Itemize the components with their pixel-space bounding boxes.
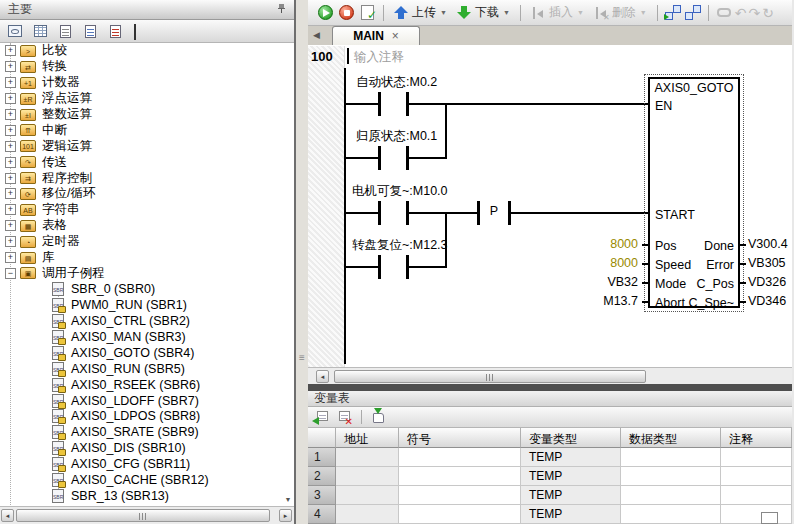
input-operand[interactable]: M13.7 <box>574 294 638 308</box>
tree-subroutine-item[interactable]: SBRAXIS0_DIS (SBR10) <box>0 440 294 456</box>
header-comment[interactable]: 注释 <box>721 428 792 448</box>
data-block-icon[interactable] <box>79 22 101 41</box>
tree-item[interactable]: +↷传送 <box>0 154 294 170</box>
ladder-hscrollbar[interactable]: ◂ <box>308 367 792 384</box>
tree-hscroll-thumb[interactable] <box>16 509 270 522</box>
contact-bar[interactable] <box>378 92 381 116</box>
table-row[interactable]: 1TEMP <box>308 448 792 467</box>
cell-data-type[interactable] <box>621 448 721 467</box>
expand-box-icon[interactable]: + <box>5 109 16 120</box>
cell-address[interactable] <box>336 486 399 505</box>
tab-main[interactable]: MAIN × <box>332 26 420 45</box>
symbol-table-icon[interactable] <box>29 22 51 41</box>
tree-subroutine-item[interactable]: SBRAXIS0_LDOFF (SBR7) <box>0 393 294 409</box>
expand-box-icon[interactable]: + <box>5 188 16 199</box>
tree-subroutine-item[interactable]: SBRAXIS0_CACHE (SBR12) <box>0 472 294 488</box>
cell-comment[interactable] <box>721 448 792 467</box>
output-operand[interactable]: VD326 <box>748 275 786 289</box>
download-button[interactable]: 下载 ▼ <box>453 2 514 23</box>
input-operand[interactable]: 8000 <box>574 237 638 251</box>
program-editor-icon[interactable] <box>4 22 26 41</box>
contact-bar[interactable] <box>378 201 381 225</box>
cross-reference-icon[interactable] <box>104 22 126 41</box>
output-operand[interactable]: VD346 <box>748 294 786 308</box>
expand-box-icon[interactable]: + <box>5 141 16 152</box>
cell-symbol[interactable] <box>399 505 521 524</box>
delete-button[interactable]: ✕ 删除 ▼ <box>590 2 651 23</box>
insert-row-button[interactable] <box>313 409 331 425</box>
expand-box-icon[interactable]: + <box>5 93 16 104</box>
communications-icon[interactable] <box>129 22 151 41</box>
tree-item[interactable]: +±I整数运算 <box>0 107 294 123</box>
upload-button[interactable]: 上传 ▼ <box>390 2 451 23</box>
tree-item[interactable]: +▦表格 <box>0 218 294 234</box>
contact-bar[interactable] <box>378 255 381 279</box>
stop-button[interactable] <box>339 5 354 20</box>
expand-box-icon[interactable]: + <box>5 157 16 168</box>
contact-operand[interactable]: 自动状态:M0.2 <box>356 74 437 91</box>
cell-data-type[interactable] <box>621 486 721 505</box>
tree-subroutine-item[interactable]: SBRAXIS0_RUN (SBR5) <box>0 361 294 377</box>
tree-subroutine-item[interactable]: SBRAXIS0_SRATE (SBR9) <box>0 424 294 440</box>
output-operand[interactable]: VB305 <box>748 256 786 270</box>
input-operand[interactable]: VB32 <box>574 275 638 289</box>
cell-symbol[interactable] <box>399 448 521 467</box>
contact-operand[interactable]: 归原状态:M0.1 <box>356 128 437 145</box>
tree-item[interactable]: +◔定时器 <box>0 234 294 250</box>
tree-subroutine-item[interactable]: SBRAXIS0_CTRL (SBR2) <box>0 313 294 329</box>
cell-data-type[interactable] <box>621 467 721 486</box>
tree-subroutine-item[interactable]: SBRPWM0_RUN (SBR1) <box>0 297 294 313</box>
cell-comment[interactable] <box>721 467 792 486</box>
run-button[interactable] <box>318 5 333 20</box>
insert-button[interactable]: 插入 ▼ <box>527 2 588 23</box>
expand-box-icon[interactable]: + <box>5 236 16 247</box>
cell-address[interactable] <box>336 505 399 524</box>
tree-hscroll-left-icon[interactable]: ◂ <box>1 509 14 522</box>
expand-box-icon[interactable]: + <box>5 173 16 184</box>
tree-item[interactable]: +101逻辑运算 <box>0 138 294 154</box>
header-var-type[interactable]: 变量类型 <box>521 428 621 448</box>
tree-item[interactable]: +⇄转换 <box>0 59 294 75</box>
table-row[interactable]: 2TEMP <box>308 467 792 486</box>
expand-box-icon[interactable]: + <box>5 204 16 215</box>
pin-icon[interactable] <box>277 3 286 17</box>
network-comment[interactable]: 输入注释 <box>354 49 404 66</box>
tree-hscroll-right-icon[interactable]: ▸ <box>279 509 292 522</box>
cell-comment[interactable] <box>721 505 792 524</box>
tab-scroll-left-icon[interactable]: ◀ <box>313 30 320 40</box>
ladder-canvas[interactable]: 100 输入注释 自动状态:M0.2 归原状态:M0.1 电机可复~:M10.0 <box>308 46 792 367</box>
vertical-splitter[interactable]: ≡ <box>296 0 308 524</box>
contact-operand[interactable]: 电机可复~:M10.0 <box>352 183 448 200</box>
expand-box-icon[interactable]: + <box>5 77 16 88</box>
tree-item[interactable]: −▣调用子例程 <box>0 265 294 281</box>
tree-subroutine-item[interactable]: SBRAXIS0_MAN (SBR3) <box>0 329 294 345</box>
download-table-button[interactable] <box>370 409 388 425</box>
expand-box-icon[interactable]: + <box>5 45 16 56</box>
cell-address[interactable] <box>336 448 399 467</box>
cell-comment[interactable] <box>721 486 792 505</box>
cell-symbol[interactable] <box>399 467 521 486</box>
program-status-icon[interactable] <box>664 5 682 20</box>
cell-address[interactable] <box>336 467 399 486</box>
input-operand[interactable]: 8000 <box>574 256 638 270</box>
compile-button[interactable]: ✓ <box>361 5 374 20</box>
cell-data-type[interactable] <box>621 505 721 524</box>
cell-var-type[interactable]: TEMP <box>521 448 621 467</box>
tree-subroutine-item[interactable]: SBRSBR_13 (SBR13) <box>0 488 294 504</box>
cell-var-type[interactable]: TEMP <box>521 486 621 505</box>
table-row[interactable]: 4TEMP <box>308 505 792 524</box>
tree-subroutine-item[interactable]: SBRAXIS0_LDPOS (SBR8) <box>0 408 294 424</box>
tree-item[interactable]: +▤库 <box>0 250 294 266</box>
header-symbol[interactable]: 符号 <box>399 428 521 448</box>
contact-bar[interactable] <box>378 146 381 170</box>
horizontal-splitter[interactable] <box>308 384 792 391</box>
collapse-box-icon[interactable]: − <box>5 268 16 279</box>
table-row[interactable]: 3TEMP <box>308 486 792 505</box>
tree-item[interactable]: ++1计数器 <box>0 75 294 91</box>
tree-item[interactable]: +>比较 <box>0 43 294 59</box>
header-data-type[interactable]: 数据类型 <box>621 428 721 448</box>
contact-operand[interactable]: 转盘复位~:M12.3 <box>352 237 448 254</box>
cell-symbol[interactable] <box>399 486 521 505</box>
expand-box-icon[interactable]: + <box>5 61 16 72</box>
cell-var-type[interactable]: TEMP <box>521 505 621 524</box>
